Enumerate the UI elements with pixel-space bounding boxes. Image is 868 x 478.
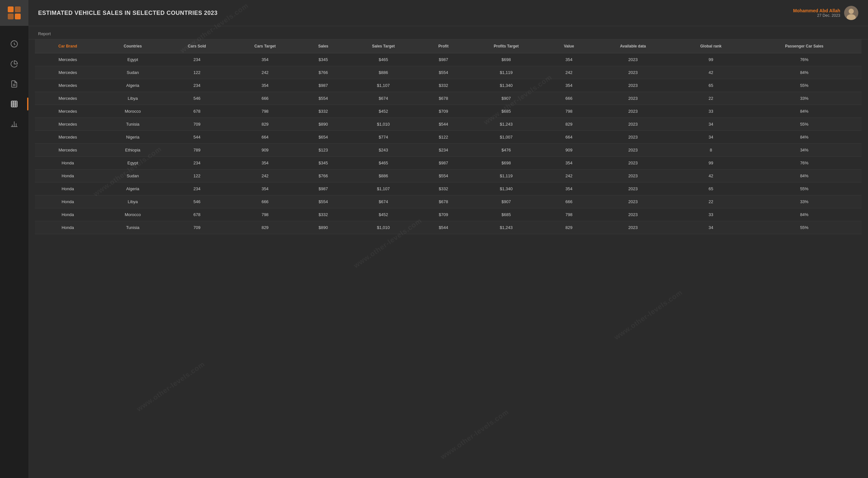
- user-info: Mohammed Abd Allah 27 Dec. 2023: [793, 6, 858, 20]
- col-header-passenger-car-sales: Passenger Car Sales: [747, 39, 862, 53]
- cell-profit: $987: [422, 53, 466, 66]
- cell-availableData: 2023: [591, 92, 675, 105]
- cell-salesTarget: $452: [345, 105, 422, 118]
- sidebar-navigation: [0, 32, 28, 136]
- cell-profitsTarget: $907: [466, 196, 547, 208]
- cell-carsSold: 122: [165, 66, 229, 79]
- cell-profit: $678: [422, 92, 466, 105]
- data-table: Car Brand Countries Cars Sold Cars Targe…: [35, 39, 862, 234]
- cell-salesTarget: $1,107: [345, 182, 422, 196]
- cell-salesTarget: $674: [345, 92, 422, 105]
- cell-globalRank: 42: [675, 66, 747, 79]
- cell-carsTarget: 354: [229, 157, 301, 170]
- cell-passengerCarSales: 84%: [747, 208, 862, 221]
- cell-value: 354: [547, 182, 591, 196]
- cell-profitsTarget: $1,007: [466, 131, 547, 144]
- table-row: HondaLibya546666$554$674$678$90766620232…: [35, 196, 862, 208]
- cell-passengerCarSales: 84%: [747, 66, 862, 79]
- cell-availableData: 2023: [591, 144, 675, 157]
- sidebar-logo: [0, 0, 28, 26]
- cell-carsTarget: 666: [229, 196, 301, 208]
- cell-carsTarget: 354: [229, 182, 301, 196]
- sidebar-item-bar-chart[interactable]: [6, 116, 23, 132]
- cell-value: 829: [547, 221, 591, 234]
- cell-profitsTarget: $1,119: [466, 170, 547, 182]
- table-row: HondaTunisia709829$890$1,010$544$1,24382…: [35, 221, 862, 234]
- sidebar-item-reports[interactable]: [6, 76, 23, 92]
- cell-passengerCarSales: 84%: [747, 170, 862, 182]
- table-row: MercedesEgypt234354$345$465$987$69835420…: [35, 53, 862, 66]
- cell-profit: $709: [422, 105, 466, 118]
- col-header-global-rank: Global rank: [675, 39, 747, 53]
- cell-carBrand: Honda: [35, 221, 101, 234]
- cell-passengerCarSales: 55%: [747, 118, 862, 131]
- cell-carsSold: 234: [165, 79, 229, 92]
- col-header-sales: Sales: [301, 39, 345, 53]
- cell-carsSold: 678: [165, 208, 229, 221]
- cell-sales: $890: [301, 118, 345, 131]
- cell-countries: Sudan: [101, 170, 165, 182]
- cell-profit: $554: [422, 66, 466, 79]
- cell-value: 666: [547, 92, 591, 105]
- cell-passengerCarSales: 55%: [747, 182, 862, 196]
- cell-carsSold: 678: [165, 105, 229, 118]
- cell-profitsTarget: $1,243: [466, 221, 547, 234]
- cell-globalRank: 34: [675, 131, 747, 144]
- cell-carsTarget: 242: [229, 170, 301, 182]
- user-name: Mohammed Abd Allah: [793, 8, 840, 13]
- cell-profit: $554: [422, 170, 466, 182]
- cell-countries: Morocco: [101, 105, 165, 118]
- cell-value: 666: [547, 196, 591, 208]
- cell-salesTarget: $465: [345, 53, 422, 66]
- cell-value: 664: [547, 131, 591, 144]
- header: ESTIMATED VEHICLE SALES IN SELECTED COUN…: [28, 0, 868, 26]
- cell-profitsTarget: $685: [466, 105, 547, 118]
- cell-value: 354: [547, 53, 591, 66]
- cell-availableData: 2023: [591, 79, 675, 92]
- table-row: HondaEgypt234354$345$465$987$69835420239…: [35, 157, 862, 170]
- cell-carBrand: Mercedes: [35, 105, 101, 118]
- cell-availableData: 2023: [591, 66, 675, 79]
- sidebar-item-pie-chart[interactable]: [6, 56, 23, 72]
- cell-carsTarget: 242: [229, 66, 301, 79]
- table-container[interactable]: Car Brand Countries Cars Sold Cars Targe…: [28, 39, 868, 478]
- cell-carsTarget: 798: [229, 105, 301, 118]
- cell-globalRank: 65: [675, 182, 747, 196]
- cell-passengerCarSales: 55%: [747, 79, 862, 92]
- cell-availableData: 2023: [591, 53, 675, 66]
- cell-carBrand: Honda: [35, 157, 101, 170]
- table-row: MercedesNigeria544664$654$774$122$1,0076…: [35, 131, 862, 144]
- cell-sales: $890: [301, 221, 345, 234]
- svg-rect-1: [15, 6, 21, 12]
- cell-availableData: 2023: [591, 105, 675, 118]
- svg-rect-2: [8, 13, 13, 19]
- cell-globalRank: 34: [675, 118, 747, 131]
- cell-value: 798: [547, 208, 591, 221]
- cell-profitsTarget: $698: [466, 53, 547, 66]
- cell-carBrand: Mercedes: [35, 53, 101, 66]
- table-row: MercedesTunisia709829$890$1,010$544$1,24…: [35, 118, 862, 131]
- sidebar-item-table[interactable]: [6, 96, 23, 112]
- cell-salesTarget: $243: [345, 144, 422, 157]
- cell-value: 354: [547, 79, 591, 92]
- sidebar-item-dashboard[interactable]: [6, 35, 23, 52]
- cell-profitsTarget: $907: [466, 92, 547, 105]
- active-indicator: [27, 97, 28, 111]
- table-row: HondaSudan122242$766$886$554$1,119242202…: [35, 170, 862, 182]
- cell-carsTarget: 909: [229, 144, 301, 157]
- cell-countries: Nigeria: [101, 131, 165, 144]
- table-header: Car Brand Countries Cars Sold Cars Targe…: [35, 39, 862, 53]
- cell-passengerCarSales: 84%: [747, 131, 862, 144]
- cell-profit: $678: [422, 196, 466, 208]
- cell-countries: Algeria: [101, 182, 165, 196]
- cell-value: 354: [547, 157, 591, 170]
- cell-carsSold: 544: [165, 131, 229, 144]
- cell-profit: $332: [422, 79, 466, 92]
- cell-globalRank: 22: [675, 92, 747, 105]
- cell-carBrand: Honda: [35, 182, 101, 196]
- cell-availableData: 2023: [591, 170, 675, 182]
- cell-globalRank: 33: [675, 208, 747, 221]
- cell-countries: Egypt: [101, 157, 165, 170]
- cell-sales: $766: [301, 66, 345, 79]
- col-header-countries: Countries: [101, 39, 165, 53]
